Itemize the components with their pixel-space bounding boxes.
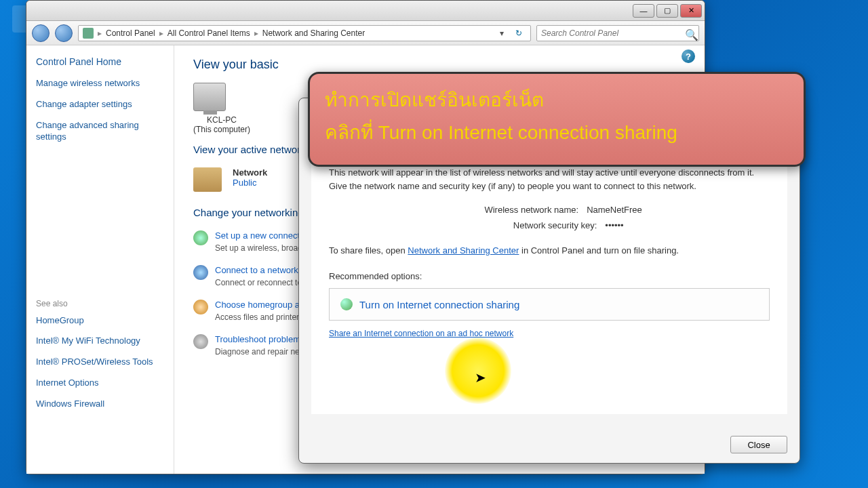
- toolbar: ▸ Control Panel ▸ All Control Panel Item…: [26, 21, 705, 45]
- dialog-text: To share files, open Network and Sharing…: [329, 244, 770, 258]
- field-value: NameNetFree: [587, 205, 642, 215]
- title-bar: — ▢ ✕: [26, 1, 705, 21]
- network-center-link[interactable]: Network and Sharing Center: [408, 245, 519, 256]
- chevron-down-icon[interactable]: ▾: [496, 28, 507, 38]
- refresh-icon[interactable]: ↻: [511, 28, 526, 38]
- task-icon: [193, 300, 208, 314]
- breadcrumb-item[interactable]: All Control Panel Items: [167, 28, 250, 38]
- computer-icon: [193, 83, 226, 111]
- page-title: View your basic: [193, 58, 686, 72]
- forward-button[interactable]: [55, 24, 73, 42]
- minimize-button[interactable]: —: [633, 4, 654, 18]
- shield-icon: [340, 298, 353, 310]
- close-button[interactable]: ✕: [680, 4, 702, 18]
- see-also-link[interactable]: Intel® PROSet/Wireless Tools: [36, 357, 164, 368]
- sidebar-link[interactable]: Manage wireless networks: [36, 78, 164, 89]
- sidebar-link[interactable]: Change adapter settings: [36, 99, 164, 110]
- search-icon[interactable]: 🔍: [685, 28, 694, 38]
- see-also-label: See also: [36, 299, 164, 308]
- see-also-link[interactable]: HomeGroup: [36, 315, 164, 327]
- share-adhoc-link[interactable]: Share an Internet connection on an ad ho…: [329, 329, 770, 338]
- search-input[interactable]: [541, 28, 685, 38]
- breadcrumb-item[interactable]: Network and Sharing Center: [262, 28, 365, 38]
- panel-icon: [83, 28, 94, 39]
- field-label: Network security key:: [475, 220, 597, 230]
- sidebar-home-link[interactable]: Control Panel Home: [36, 56, 164, 67]
- computer-name: KCL-PC: [193, 115, 250, 125]
- turn-on-ics-option[interactable]: Turn on Internet connection sharing: [329, 288, 770, 321]
- recommended-label: Recommended options:: [329, 270, 770, 283]
- breadcrumb[interactable]: ▸ Control Panel ▸ All Control Panel Item…: [78, 25, 531, 41]
- instruction-callout: ทำการเปิดแชร์อินเตอร์เน็ต คลิกที่ Turn o…: [308, 72, 806, 167]
- sidebar: Control Panel Home Manage wireless netwo…: [26, 45, 174, 474]
- task-icon: [193, 334, 208, 349]
- field-label: Wireless network name:: [456, 205, 578, 215]
- network-type[interactable]: Public: [233, 178, 267, 188]
- back-button[interactable]: [32, 24, 50, 42]
- maximize-button[interactable]: ▢: [656, 4, 678, 18]
- network-name: Network: [233, 167, 267, 178]
- close-button[interactable]: Close: [730, 436, 787, 453]
- callout-line2: คลิกที่ Turn on Internet connection shar…: [325, 117, 789, 147]
- task-icon: [193, 230, 208, 245]
- breadcrumb-item[interactable]: Control Panel: [106, 28, 155, 38]
- sidebar-link[interactable]: Change advanced sharing settings: [36, 120, 164, 143]
- network-icon: [193, 167, 222, 192]
- see-also-link[interactable]: Internet Options: [36, 378, 164, 389]
- task-icon: [193, 265, 208, 280]
- field-value: ••••••: [605, 220, 623, 230]
- option-label: Turn on Internet connection sharing: [359, 299, 519, 310]
- callout-line1: ทำการเปิดแชร์อินเตอร์เน็ต: [325, 85, 789, 115]
- search-box[interactable]: 🔍: [536, 25, 699, 41]
- see-also-link[interactable]: Intel® My WiFi Technology: [36, 336, 164, 347]
- help-icon[interactable]: ?: [682, 49, 695, 63]
- dialog-text: This network will appear in the list of …: [329, 166, 770, 192]
- see-also-link[interactable]: Windows Firewall: [36, 399, 164, 410]
- computer-caption: (This computer): [193, 125, 250, 134]
